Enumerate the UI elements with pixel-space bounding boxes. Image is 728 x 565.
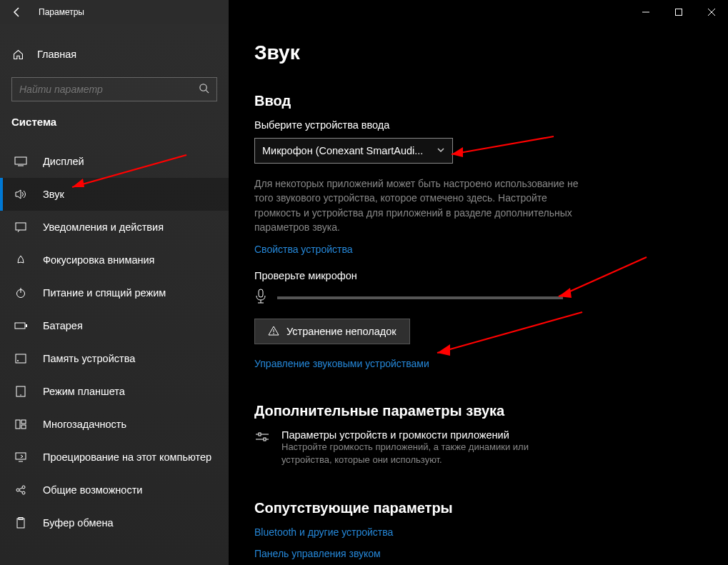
sidebar-home-label: Главная xyxy=(37,49,76,60)
svg-rect-35 xyxy=(259,433,261,436)
svg-line-24 xyxy=(19,488,22,489)
sidebar-item-battery[interactable]: Батарея xyxy=(0,309,229,342)
close-button[interactable] xyxy=(695,0,728,24)
storage-icon xyxy=(14,354,27,364)
sidebar-item-shared[interactable]: Общие возможности xyxy=(0,474,229,506)
chevron-down-icon xyxy=(437,145,445,156)
tablet-icon xyxy=(14,386,27,397)
content-area: Звук Ввод Выберите устройства ввода Микр… xyxy=(229,24,728,565)
related-section-title: Сопутствующие параметры xyxy=(254,500,702,516)
page-title: Звук xyxy=(254,41,702,64)
advanced-section-title: Дополнительные параметры звука xyxy=(254,403,702,419)
svg-line-25 xyxy=(19,491,22,492)
microphone-icon xyxy=(254,289,267,307)
sidebar-item-label: Общие возможности xyxy=(43,484,142,496)
sidebar-item-focus[interactable]: Фокусировка внимания xyxy=(0,244,229,276)
sidebar-item-projecting[interactable]: Проецирование на этот компьютер xyxy=(0,441,229,474)
troubleshoot-label: Устранение неполадок xyxy=(286,326,397,337)
home-icon xyxy=(11,49,24,61)
sidebar-item-label: Фокусировка внимания xyxy=(43,254,154,266)
sidebar-item-notifications[interactable]: Уведомления и действия xyxy=(0,211,229,244)
window-title: Параметры xyxy=(39,7,84,17)
sound-icon xyxy=(14,189,27,200)
sidebar-item-multitask[interactable]: Многозадачность xyxy=(0,408,229,441)
choose-device-label: Выберите устройства ввода xyxy=(254,119,702,131)
battery-icon xyxy=(14,321,27,330)
svg-point-4 xyxy=(200,84,206,91)
app-volume-row[interactable]: Параметры устройств и громкости приложен… xyxy=(254,429,702,466)
sidebar-item-label: Уведомления и действия xyxy=(43,221,164,233)
title-bar: Параметры xyxy=(0,0,728,24)
sidebar: Главная Система Дисплей Звук Уведомле xyxy=(0,24,229,565)
svg-rect-36 xyxy=(264,438,266,441)
sidebar-item-label: Режим планшета xyxy=(43,386,125,397)
search-box[interactable] xyxy=(11,77,217,101)
input-description: Для некоторых приложений может быть наст… xyxy=(254,176,590,234)
related-link-bluetooth[interactable]: Bluetooth и другие устройства xyxy=(254,526,702,538)
svg-rect-8 xyxy=(16,223,26,230)
minimize-button[interactable] xyxy=(629,0,662,24)
search-icon xyxy=(199,83,209,96)
sidebar-home[interactable]: Главная xyxy=(0,40,229,69)
svg-point-16 xyxy=(20,394,21,396)
svg-rect-19 xyxy=(21,425,26,429)
sidebar-item-label: Проецирование на этот компьютер xyxy=(43,451,211,463)
sidebar-item-label: Дисплей xyxy=(43,156,84,167)
sidebar-item-label: Питание и спящий режим xyxy=(43,287,166,299)
back-button[interactable] xyxy=(0,0,34,24)
sidebar-item-label: Буфер обмена xyxy=(43,517,114,529)
multitask-icon xyxy=(14,419,27,429)
window-controls xyxy=(629,0,728,24)
svg-line-5 xyxy=(206,90,209,93)
svg-point-22 xyxy=(22,486,25,489)
svg-rect-6 xyxy=(15,157,26,164)
svg-rect-17 xyxy=(16,420,20,429)
notifications-icon xyxy=(14,222,27,232)
sidebar-item-label: Многозадачность xyxy=(43,419,126,430)
svg-rect-1 xyxy=(676,9,682,16)
svg-rect-20 xyxy=(16,453,26,459)
svg-rect-12 xyxy=(26,324,27,327)
sidebar-item-sound[interactable]: Звук xyxy=(0,178,229,211)
projecting-icon xyxy=(14,452,27,462)
svg-rect-18 xyxy=(21,420,26,424)
svg-rect-11 xyxy=(15,323,25,329)
svg-rect-28 xyxy=(259,289,263,297)
clipboard-icon xyxy=(14,517,27,529)
dropdown-value: Микрофон (Conexant SmartAudi... xyxy=(262,145,423,156)
sidebar-item-tablet[interactable]: Режим планшета xyxy=(0,375,229,408)
search-input[interactable] xyxy=(19,84,199,95)
shared-icon xyxy=(14,484,27,496)
sidebar-item-clipboard[interactable]: Буфер обмена xyxy=(0,506,229,539)
sidebar-group-label: Система xyxy=(0,111,229,138)
svg-point-21 xyxy=(16,489,19,491)
app-volume-desc: Настройте громкость приложений, а также … xyxy=(281,441,582,466)
sidebar-item-label: Звук xyxy=(43,189,64,200)
related-link-sound-panel[interactable]: Панель управления звуком xyxy=(254,548,702,559)
warning-icon xyxy=(268,326,279,338)
svg-point-14 xyxy=(17,360,19,361)
power-icon xyxy=(14,287,27,299)
manage-devices-link[interactable]: Управление звуковыми устройствами xyxy=(254,358,429,369)
device-properties-link[interactable]: Свойства устройства xyxy=(254,244,353,255)
svg-point-23 xyxy=(22,491,25,494)
mic-level-bar xyxy=(277,296,563,299)
focus-icon xyxy=(14,254,27,266)
sidebar-item-label: Батарея xyxy=(43,320,83,331)
svg-point-32 xyxy=(273,333,274,334)
display-icon xyxy=(14,156,27,166)
sidebar-item-label: Память устройства xyxy=(43,353,135,364)
svg-rect-13 xyxy=(16,354,26,363)
maximize-button[interactable] xyxy=(662,0,695,24)
sidebar-item-storage[interactable]: Память устройства xyxy=(0,342,229,375)
sliders-icon xyxy=(254,429,270,466)
sidebar-item-power[interactable]: Питание и спящий режим xyxy=(0,276,229,309)
sidebar-item-display[interactable]: Дисплей xyxy=(0,145,229,178)
sidebar-nav: Дисплей Звук Уведомления и действия Фоку… xyxy=(0,138,229,539)
input-device-dropdown[interactable]: Микрофон (Conexant SmartAudi... xyxy=(254,138,453,164)
troubleshoot-button[interactable]: Устранение неполадок xyxy=(254,319,410,344)
input-section-title: Ввод xyxy=(254,93,702,109)
test-mic-label: Проверьте микрофон xyxy=(254,270,702,281)
app-volume-title: Параметры устройств и громкости приложен… xyxy=(281,429,582,441)
